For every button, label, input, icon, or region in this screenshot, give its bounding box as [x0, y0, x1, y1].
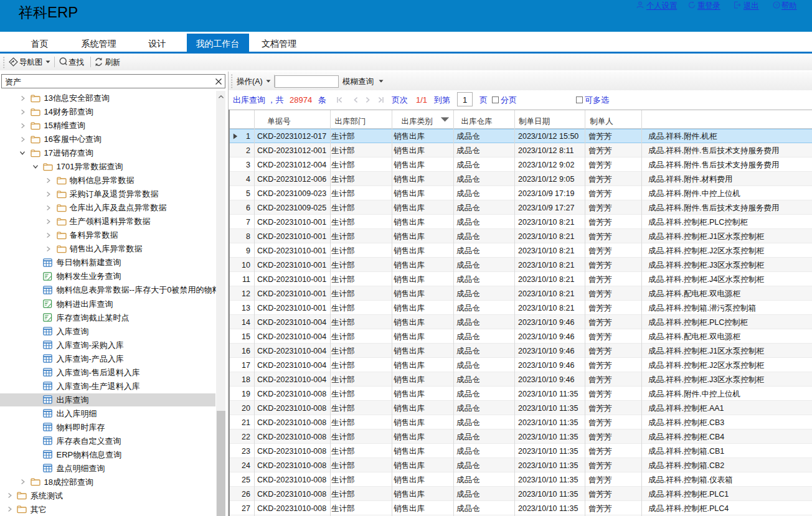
svg-text:?: ? [775, 2, 778, 8]
